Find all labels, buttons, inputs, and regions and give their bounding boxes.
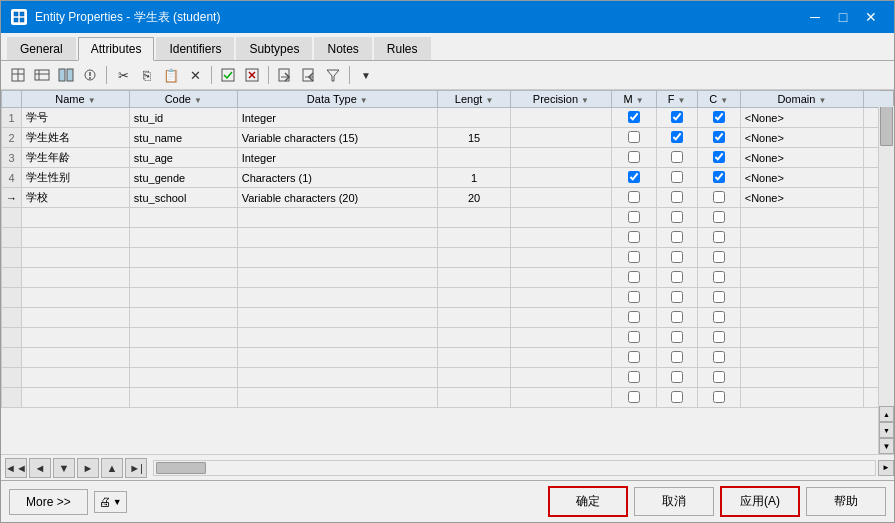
cell-mandatory[interactable] [611,108,656,128]
cell-domain[interactable]: <None> [740,188,863,208]
cell-precision[interactable] [511,108,611,128]
cell-name[interactable]: 学生姓名 [22,128,130,148]
cell-name[interactable]: 学生性别 [22,168,130,188]
scroll-right-button[interactable]: ► [878,460,894,476]
empty-cell[interactable] [22,388,130,408]
empty-checkbox-cell[interactable] [611,268,656,288]
empty-cell[interactable] [22,208,130,228]
empty-cell[interactable] [437,348,510,368]
col-header-precision[interactable]: Precision ▼ [511,91,611,108]
empty-cell[interactable] [237,288,437,308]
properties-button[interactable] [79,64,101,86]
empty-cell[interactable] [237,328,437,348]
col-header-domain[interactable]: Domain ▼ [740,91,863,108]
minimize-button[interactable]: ─ [802,7,828,27]
empty-cell[interactable] [437,368,510,388]
cell-foreign[interactable] [656,188,697,208]
empty-checkbox-cell[interactable] [611,208,656,228]
next-row-button[interactable]: ► [77,458,99,478]
empty-domain-cell[interactable] [740,328,863,348]
empty-checkbox-cell[interactable] [656,208,697,228]
empty-cell[interactable] [22,288,130,308]
empty-cell[interactable] [129,248,237,268]
empty-checkbox-cell[interactable] [656,288,697,308]
import-button[interactable] [274,64,296,86]
tab-rules[interactable]: Rules [374,37,431,60]
empty-checkbox-cell[interactable] [656,388,697,408]
empty-cell[interactable] [437,248,510,268]
cell-computed[interactable] [697,148,740,168]
confirm-button[interactable]: 确定 [548,486,628,517]
cell-name[interactable]: 学校 [22,188,130,208]
scroll-step-up[interactable]: ▲ [879,406,894,422]
cell-code[interactable]: stu_school [129,188,237,208]
empty-cell[interactable] [437,308,510,328]
cell-computed[interactable] [697,108,740,128]
empty-cell[interactable] [237,388,437,408]
cell-code[interactable]: stu_age [129,148,237,168]
export-button[interactable] [298,64,320,86]
empty-checkbox-cell[interactable] [697,288,740,308]
col-header-name[interactable]: Name ▼ [22,91,130,108]
empty-checkbox-cell[interactable] [656,328,697,348]
cell-domain[interactable]: <None> [740,108,863,128]
empty-cell[interactable] [129,288,237,308]
cell-length[interactable]: 15 [437,128,510,148]
cell-mandatory[interactable] [611,188,656,208]
table-container[interactable]: Name ▼ Code ▼ Data Type ▼ Lengt ▼ Precis… [1,90,894,454]
cancel-button[interactable]: 取消 [634,487,714,516]
tab-subtypes[interactable]: Subtypes [236,37,312,60]
empty-cell[interactable] [129,308,237,328]
cell-precision[interactable] [511,128,611,148]
empty-cell[interactable] [129,368,237,388]
empty-cell[interactable] [511,388,611,408]
next-prev-button[interactable]: ▼ [53,458,75,478]
more-button[interactable]: More >> [9,489,88,515]
scroll-step-down[interactable]: ▼ [879,422,894,438]
cell-computed[interactable] [697,188,740,208]
empty-checkbox-cell[interactable] [611,328,656,348]
empty-cell[interactable] [237,248,437,268]
dropdown-button[interactable]: ▼ [355,64,377,86]
empty-cell[interactable] [22,228,130,248]
empty-checkbox-cell[interactable] [697,248,740,268]
cell-length[interactable]: 1 [437,168,510,188]
tab-identifiers[interactable]: Identifiers [156,37,234,60]
empty-checkbox-cell[interactable] [611,368,656,388]
cell-datatype[interactable]: Integer [237,148,437,168]
cell-domain[interactable]: <None> [740,128,863,148]
cell-datatype[interactable]: Integer [237,108,437,128]
empty-checkbox-cell[interactable] [697,388,740,408]
first-row-button[interactable]: ◄◄ [5,458,27,478]
empty-checkbox-cell[interactable] [656,248,697,268]
paste-button[interactable]: 📋 [160,64,182,86]
empty-checkbox-cell[interactable] [697,208,740,228]
empty-cell[interactable] [22,328,130,348]
empty-checkbox-cell[interactable] [656,308,697,328]
col-header-code[interactable]: Code ▼ [129,91,237,108]
empty-cell[interactable] [22,368,130,388]
cell-code[interactable]: stu_gende [129,168,237,188]
maximize-button[interactable]: □ [830,7,856,27]
empty-checkbox-cell[interactable] [656,228,697,248]
cell-length[interactable]: 20 [437,188,510,208]
uncheck-button[interactable] [241,64,263,86]
cell-domain[interactable]: <None> [740,168,863,188]
cut-button[interactable]: ✂ [112,64,134,86]
empty-checkbox-cell[interactable] [611,228,656,248]
empty-cell[interactable] [511,248,611,268]
copy-button[interactable]: ⎘ [136,64,158,86]
delete-button[interactable]: ✕ [184,64,206,86]
cell-mandatory[interactable] [611,128,656,148]
cell-name[interactable]: 学号 [22,108,130,128]
last-row-button[interactable]: ▲ [101,458,123,478]
empty-cell[interactable] [237,268,437,288]
add-last-button[interactable]: ►| [125,458,147,478]
horizontal-scrollbar[interactable] [153,460,876,476]
apply-button[interactable]: 应用(A) [720,486,800,517]
empty-cell[interactable] [129,208,237,228]
empty-checkbox-cell[interactable] [611,288,656,308]
empty-cell[interactable] [511,228,611,248]
tab-attributes[interactable]: Attributes [78,37,155,61]
cell-foreign[interactable] [656,108,697,128]
